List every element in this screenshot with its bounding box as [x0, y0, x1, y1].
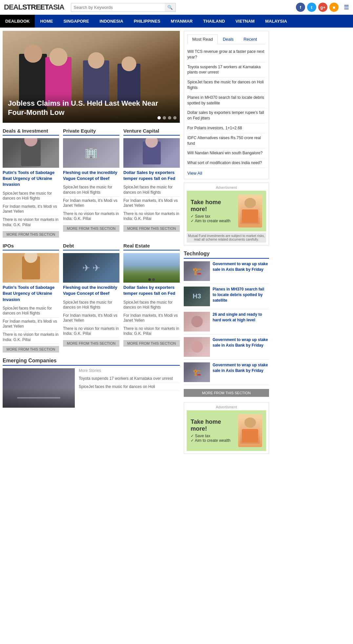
- ad-inner-2[interactable]: Take home more! ✓ Save tax ✓ Aim to crea…: [187, 410, 266, 451]
- tab-deals[interactable]: Deals: [218, 34, 239, 44]
- section-realestate-item-1[interactable]: For Indian markets, it's Modi vs Janet Y…: [123, 312, 180, 325]
- section-ipos-item-1[interactable]: For Indian markets, it's Modi vs Janet Y…: [3, 318, 59, 331]
- most-read-list: Will TCS revenue grow at a faster pace n…: [187, 47, 265, 168]
- section-deals-item-2[interactable]: There is no vision for markets in India:…: [3, 216, 59, 229]
- rss-icon[interactable]: ■: [329, 3, 339, 12]
- section-debt-item-1[interactable]: For Indian markets, it's Modi vs Janet Y…: [63, 312, 119, 325]
- tech-link-2[interactable]: 26 and single and ready to hard work at …: [213, 312, 269, 332]
- facebook-icon[interactable]: f: [296, 3, 305, 12]
- section-realestate-item-2[interactable]: There is no vision for markets in India:…: [123, 325, 180, 338]
- dot-1[interactable]: [157, 116, 161, 119]
- section-vc-item-1[interactable]: For Indian markets, it's Modi vs Janet Y…: [123, 197, 180, 210]
- section-ipos-item-2[interactable]: There is no vision for markets in India:…: [3, 331, 59, 344]
- hero-overlay: Jobless Claims in U.S. Held Last Week Ne…: [3, 94, 180, 123]
- googleplus-icon[interactable]: g+: [318, 3, 327, 12]
- ad2-headline: Take home more!: [191, 419, 235, 432]
- most-read-item-8[interactable]: What sort of modification does India nee…: [187, 158, 265, 168]
- section-deals-link[interactable]: Putin's Tools of Sabotage Beat Urgency o…: [3, 170, 59, 188]
- nav-indonesia[interactable]: INDONESIA: [94, 15, 128, 28]
- technology-section: Technlogy 🏗️ Government to wrap up stake…: [184, 251, 269, 397]
- ad-inner-1[interactable]: Take home more! ✓ Save tax ✓ Aim to crea…: [187, 191, 266, 231]
- section-pe-item-2[interactable]: There is no vision for markets in India:…: [63, 210, 119, 223]
- section-pe-item-1[interactable]: For Indian markets, it's Modi vs Janet Y…: [63, 197, 119, 210]
- search-input[interactable]: [71, 3, 165, 11]
- hamburger-menu[interactable]: ☰: [344, 4, 349, 11]
- tech-link-1[interactable]: Planes in MH370 search fail to locate de…: [213, 287, 269, 306]
- logo-deal: DEAL: [4, 3, 22, 11]
- nav-vietnam[interactable]: VIETNAM: [230, 15, 260, 28]
- dot-2[interactable]: [163, 116, 166, 119]
- emerging-title: Emerging Companies: [3, 358, 180, 366]
- section-vc-more[interactable]: MORE FROM THIS SECTION: [123, 225, 180, 232]
- logo[interactable]: DEALSTREETASIA: [4, 3, 64, 11]
- main-container: Jobless Claims in U.S. Held Last Week Ne…: [0, 28, 353, 457]
- tech-link-0[interactable]: Government to wrap up stake sale in Axis…: [213, 261, 269, 281]
- nav-singapore[interactable]: SINGAPORE: [58, 15, 94, 28]
- most-read-item-1[interactable]: Toyota suspends 17 workers at Karnataka …: [187, 62, 265, 78]
- section-debt-link[interactable]: Fleshing out the incredibly Vague Concep…: [63, 285, 119, 296]
- logo-asia: ASIA: [48, 3, 64, 11]
- tech-link-4[interactable]: Government to wrap up stake sale in Axis…: [213, 362, 269, 382]
- view-all-link[interactable]: View All: [187, 171, 265, 176]
- section-realestate-more[interactable]: MORE FROM THIS SECTION: [123, 340, 180, 347]
- section-debt-item-2[interactable]: There is no vision for markets in India:…: [63, 325, 119, 338]
- tab-recent[interactable]: Recent: [239, 34, 262, 44]
- tech-item-2: 26 and single and ready to hard work at …: [184, 312, 269, 334]
- section-vc-link[interactable]: Dollar Sales by exporters temper rupees …: [123, 170, 180, 182]
- section-deals-item-0[interactable]: SpiceJet faces the music for dances on H…: [3, 190, 59, 203]
- most-read-item-4[interactable]: Dollar sales by exporters temper rupee's…: [187, 108, 265, 123]
- section-deals-more[interactable]: MORE FROM THIS SECTION: [3, 231, 59, 238]
- dot-3[interactable]: [168, 116, 171, 119]
- section-realestate-image: [123, 253, 180, 283]
- most-read-item-7[interactable]: Will Nandan Nilekani win south Bangalore…: [187, 148, 265, 158]
- ad-bullet1: ✓ Save tax ✓ Aim to create wealth: [191, 214, 235, 223]
- nav-home[interactable]: HOME: [35, 15, 58, 28]
- tech-item-0: 🏗️ Government to wrap up stake sale in A…: [184, 261, 269, 284]
- section-pe-link[interactable]: Fleshing out the incredibly Vague Concep…: [63, 170, 119, 182]
- most-read-item-5[interactable]: For Polaris investors, 1+1=2.68: [187, 123, 265, 133]
- section-ipos-item-0[interactable]: SpiceJet faces the music for dances on H…: [3, 305, 59, 318]
- tech-link-3[interactable]: Government to wrap up stake sale in Axis…: [213, 337, 269, 357]
- section-vc-item-0[interactable]: SpiceJet faces the music for dances on H…: [123, 183, 180, 197]
- more-stories: More Stories Toyota suspends 17 workers …: [79, 368, 180, 408]
- section-ipos-more[interactable]: MORE FROM THIS SECTION: [3, 346, 59, 353]
- section-ipos-link[interactable]: Putin's Tools of Sabotage Beat Urgency o…: [3, 285, 59, 303]
- section-pe-item-0[interactable]: SpiceJet faces the music for dances on H…: [63, 183, 119, 197]
- tech-thumb-0: 🏗️: [184, 261, 210, 281]
- most-read-item-0[interactable]: Will TCS revenue grow at a faster pace n…: [187, 47, 265, 62]
- more-stories-item-0[interactable]: Toyota suspends 17 workers at Karnataka …: [79, 375, 180, 383]
- section-vc-item-2[interactable]: There is no vision for markets in India:…: [123, 210, 180, 223]
- more-stories-label: More Stories: [79, 368, 180, 373]
- section-debt-more[interactable]: MORE FROM THIS SECTION: [63, 340, 119, 347]
- tech-more-btn[interactable]: MORE FROM THIS SECTION: [184, 389, 269, 397]
- ad2-text-block: Take home more! ✓ Save tax ✓ Aim to crea…: [191, 419, 235, 443]
- search-button[interactable]: 🔍: [165, 3, 176, 11]
- section-debt-item-0[interactable]: SpiceJet faces the music for dances on H…: [63, 299, 119, 312]
- section-pe-more[interactable]: MORE FROM THIS SECTION: [63, 225, 119, 232]
- section-realestate-item-0[interactable]: SpiceJet faces the music for dances on H…: [123, 299, 180, 312]
- tech-item-3: Government to wrap up stake sale in Axis…: [184, 337, 269, 360]
- section-realestate-link[interactable]: Dollar Sales by exporters temper rupees …: [123, 285, 180, 296]
- hero-banner[interactable]: Jobless Claims in U.S. Held Last Week Ne…: [3, 31, 180, 123]
- more-stories-item-1[interactable]: SpiceJet faces the music for dances on H…: [79, 383, 180, 391]
- nav-myanmar[interactable]: MYANMAR: [166, 15, 198, 28]
- section-deals: Deals & Investment Putin's Tools of Sabo…: [3, 128, 59, 238]
- ad-text-block: Take home more! ✓ Save tax ✓ Aim to crea…: [191, 199, 235, 223]
- most-read-item-6[interactable]: IDFC Alternatives raises Rs.750 crore re…: [187, 133, 265, 149]
- section-deals-item-1[interactable]: For Indian markets, it's Modi vs Janet Y…: [3, 203, 59, 216]
- search-bar: 🔍: [71, 3, 176, 12]
- section-vc: Venture Capital Dollar Sales by exporter…: [123, 128, 180, 238]
- nav-malaysia[interactable]: MALAYSIA: [260, 15, 292, 28]
- most-read-item-3[interactable]: Planes in MH370 search fail to locate de…: [187, 93, 265, 108]
- tech-thumb-3: [184, 337, 210, 357]
- ad-label-2: Advertisment: [187, 405, 266, 409]
- nav-philippines[interactable]: PHILIPPINES: [129, 15, 166, 28]
- most-read-item-2[interactable]: SpiceJet faces the music for dances on H…: [187, 77, 265, 93]
- twitter-icon[interactable]: t: [307, 3, 316, 12]
- nav-thailand[interactable]: THAILAND: [198, 15, 230, 28]
- nav-dealbook[interactable]: DEALBOOK: [0, 15, 35, 28]
- tech-thumb-4: 🏗️: [184, 362, 210, 382]
- tab-most-read[interactable]: Most Read: [187, 34, 218, 44]
- section-pe-image: 🏢: [63, 138, 119, 168]
- dot-4[interactable]: [173, 116, 176, 119]
